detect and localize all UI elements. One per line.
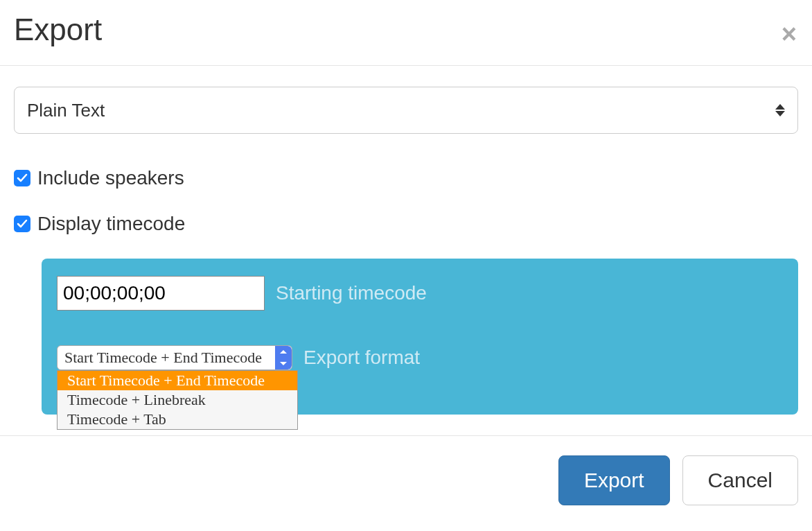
- export-format-row: Start Timecode + End Timecode Export for…: [57, 345, 420, 370]
- starting-timecode-label: Starting timecode: [276, 282, 427, 304]
- starting-timecode-row: Starting timecode: [57, 276, 783, 311]
- include-speakers-row: Include speakers: [14, 167, 798, 189]
- export-format-option[interactable]: Start Timecode + End Timecode: [58, 371, 297, 390]
- modal-title: Export: [14, 14, 102, 46]
- close-icon[interactable]: ×: [782, 21, 797, 47]
- export-format-dropdown: Start Timecode + End Timecode Timecode +…: [57, 370, 298, 430]
- export-modal: Export × Plain Text Include speakers Dis…: [0, 0, 812, 515]
- modal-header: Export ×: [0, 0, 812, 66]
- check-icon: [17, 173, 28, 184]
- file-format-select[interactable]: Plain Text: [14, 87, 798, 134]
- export-format-value: Start Timecode + End Timecode: [64, 349, 262, 367]
- export-format-label: Export format: [303, 347, 420, 369]
- select-stepper-icon: [275, 346, 292, 369]
- check-icon: [17, 218, 28, 229]
- select-caret-icon: [775, 104, 785, 116]
- display-timecode-row: Display timecode: [14, 213, 798, 235]
- display-timecode-label: Display timecode: [37, 213, 185, 235]
- include-speakers-label: Include speakers: [37, 167, 184, 189]
- display-timecode-checkbox[interactable]: [14, 216, 30, 232]
- timecode-panel: Starting timecode Start Timecode + End T…: [42, 259, 798, 415]
- modal-footer: Export Cancel: [0, 435, 812, 515]
- starting-timecode-input[interactable]: [57, 276, 265, 311]
- export-button[interactable]: Export: [558, 455, 670, 505]
- file-format-value: Plain Text: [27, 100, 105, 121]
- export-format-option[interactable]: Timecode + Linebreak: [58, 390, 297, 410]
- cancel-button[interactable]: Cancel: [682, 455, 798, 505]
- include-speakers-checkbox[interactable]: [14, 170, 30, 186]
- export-format-option[interactable]: Timecode + Tab: [58, 410, 297, 429]
- export-format-select[interactable]: Start Timecode + End Timecode: [57, 345, 292, 370]
- modal-body: Plain Text Include speakers Display time…: [0, 66, 812, 435]
